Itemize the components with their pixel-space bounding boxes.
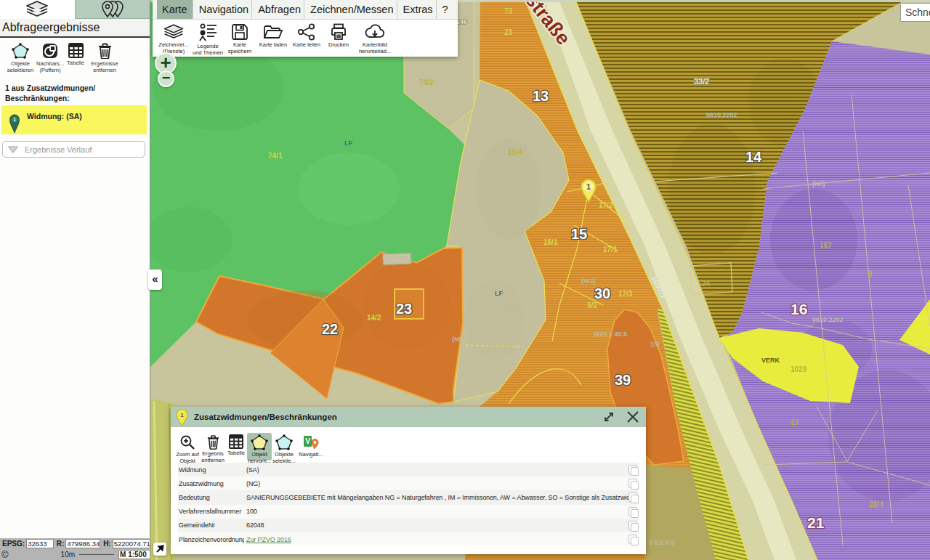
svg-text:74/2: 74/2: [419, 78, 434, 86]
svg-text:23: 23: [504, 28, 513, 36]
svg-text:1029: 1029: [790, 365, 807, 373]
svg-text:30: 30: [594, 285, 610, 301]
svg-text:14/2: 14/2: [367, 314, 381, 322]
svg-text:5/2: 5/2: [587, 301, 597, 309]
svg-text:28/4: 28/4: [869, 500, 884, 508]
svg-text:1: 1: [180, 412, 184, 418]
svg-text:39: 39: [615, 372, 631, 388]
svg-text:74/1: 74/1: [268, 152, 283, 160]
svg-text:1: 1: [13, 116, 16, 123]
svg-text:(NG): (NG): [581, 277, 596, 285]
svg-text:V: V: [305, 437, 310, 445]
svg-text:(N6): (N6): [812, 180, 825, 187]
svg-text:15/1: 15/1: [543, 238, 558, 246]
svg-text:W20.1 40.5: W20.1 40.5: [594, 330, 627, 338]
svg-text:17/1: 17/1: [603, 245, 618, 253]
svg-text:24: 24: [702, 280, 711, 288]
svg-text:16: 16: [790, 301, 807, 317]
svg-text:33/2: 33/2: [694, 77, 709, 86]
svg-text:LF: LF: [344, 139, 352, 147]
svg-text:VERK: VERK: [761, 357, 780, 364]
svg-text:LF: LF: [495, 290, 503, 297]
svg-text:1: 1: [586, 182, 591, 191]
svg-text:0 0.2 0.3: 0 0.2 0.3: [649, 539, 674, 546]
svg-text:14: 14: [745, 149, 762, 165]
svg-text:15: 15: [571, 226, 587, 242]
svg-text:15/3: 15/3: [504, 301, 517, 309]
svg-text:0610.2202: 0610.2202: [812, 316, 844, 323]
svg-text:21: 21: [807, 514, 825, 531]
svg-text:73: 73: [504, 7, 513, 15]
svg-text:22: 22: [322, 321, 338, 337]
svg-text:13: 13: [533, 88, 549, 104]
svg-text:1/9: 1/9: [650, 341, 660, 348]
svg-text:15/4: 15/4: [508, 148, 522, 156]
svg-text:23: 23: [396, 301, 412, 317]
svg-text:146: 146: [456, 18, 467, 25]
svg-text:17/2: 17/2: [599, 201, 613, 209]
svg-text:17/3: 17/3: [618, 290, 633, 298]
svg-text:157: 157: [820, 242, 832, 250]
svg-text:23: 23: [790, 418, 799, 426]
svg-text:0610.2202: 0610.2202: [706, 111, 737, 118]
svg-text:8: 8: [868, 270, 873, 278]
svg-text:(N5): (N5): [452, 336, 465, 343]
